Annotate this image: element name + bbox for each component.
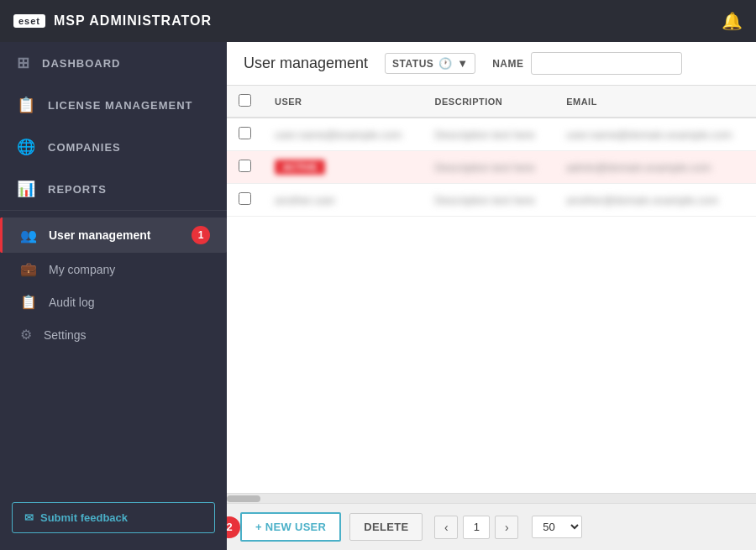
col-user: USER xyxy=(263,86,423,118)
bottom-bar: + NEW USER DELETE ‹ 1 › 10 25 50 100 2 xyxy=(227,503,756,550)
sidebar-item-label: COMPANIES xyxy=(48,141,121,154)
name-label: NAME xyxy=(492,58,523,70)
select-all-checkbox[interactable] xyxy=(239,94,251,107)
email-cell: another@domain.example.com xyxy=(554,184,756,217)
topbar-left: eset MSP ADMINISTRATOR xyxy=(13,13,212,29)
sidebar-item-label: REPORTS xyxy=(48,183,107,196)
table-row: another.user Description text here anoth… xyxy=(227,184,756,217)
table-wrapper: USER DESCRIPTION EMAIL user.name@example… xyxy=(227,86,756,493)
settings-icon: ⚙ xyxy=(20,327,32,343)
my-company-icon: 💼 xyxy=(20,261,37,277)
delete-button[interactable]: DELETE xyxy=(349,513,423,541)
col-email: EMAIL xyxy=(554,86,756,118)
sidebar-item-dashboard[interactable]: ⊞ DASHBOARD xyxy=(0,42,227,84)
sidebar-sub-item-label: Settings xyxy=(44,328,87,342)
content-header: User management STATUS 🕐 ▼ NAME xyxy=(227,42,756,86)
dashboard-icon: ⊞ xyxy=(17,54,30,72)
status-chevron-icon: ▼ xyxy=(457,57,468,70)
table-header-row: USER DESCRIPTION EMAIL xyxy=(227,86,756,118)
eset-logo: eset xyxy=(13,14,45,28)
status-label: STATUS xyxy=(392,58,433,70)
reports-icon: 📊 xyxy=(17,180,36,198)
page-title: User management xyxy=(244,55,368,72)
col-description: DESCRIPTION xyxy=(423,86,555,118)
sidebar-nav-top: ⊞ DASHBOARD 📋 LICENSE MANAGEMENT 🌐 COMPA… xyxy=(0,42,227,492)
name-filter: NAME xyxy=(492,52,681,75)
sidebar-sub-item-label: Audit log xyxy=(49,296,94,309)
sidebar-item-reports[interactable]: 📊 REPORTS xyxy=(0,168,227,210)
table-row: ACTIVE Description text here admin@domai… xyxy=(227,151,756,184)
col-checkbox xyxy=(227,86,263,118)
companies-icon: 🌐 xyxy=(17,138,36,156)
status-clock-icon: 🕐 xyxy=(438,57,452,70)
per-page-select[interactable]: 10 25 50 100 xyxy=(532,516,582,538)
user-cell: another.user xyxy=(263,184,423,217)
sidebar-item-companies[interactable]: 🌐 COMPANIES xyxy=(0,126,227,168)
sidebar-sub-item-label: My company xyxy=(49,263,115,276)
audit-log-icon: 📋 xyxy=(20,294,37,310)
page-number-input[interactable]: 1 xyxy=(463,516,490,539)
per-page-selector: 10 25 50 100 xyxy=(532,516,582,538)
sidebar-item-settings[interactable]: ⚙ Settings xyxy=(0,318,227,351)
description-cell: Description text here xyxy=(423,118,555,151)
row-checkbox[interactable] xyxy=(239,127,251,139)
users-table: USER DESCRIPTION EMAIL user.name@example… xyxy=(227,86,756,217)
sidebar-item-my-company[interactable]: 💼 My company xyxy=(0,253,227,285)
step-badge-2: 2 xyxy=(227,516,240,538)
status-filter[interactable]: STATUS 🕐 ▼ xyxy=(385,53,475,74)
sidebar-item-user-management[interactable]: 👥 User management 1 xyxy=(0,217,227,253)
license-icon: 📋 xyxy=(17,96,36,114)
next-page-button[interactable]: › xyxy=(495,516,518,539)
feedback-icon: ✉ xyxy=(24,511,34,524)
email-cell: admin@domain.example.com xyxy=(554,151,756,184)
sidebar-item-label: DASHBOARD xyxy=(42,57,121,70)
description-cell: Description text here xyxy=(423,184,555,217)
horizontal-scrollbar[interactable] xyxy=(227,493,756,503)
status-badge: ACTIVE xyxy=(275,160,325,175)
feedback-label: Submit feedback xyxy=(40,511,128,524)
row-checkbox-cell xyxy=(227,151,263,184)
row-checkbox[interactable] xyxy=(239,192,251,205)
sidebar: ⊞ DASHBOARD 📋 LICENSE MANAGEMENT 🌐 COMPA… xyxy=(0,42,227,550)
sidebar-item-label: LICENSE MANAGEMENT xyxy=(48,99,193,112)
description-cell: Description text here xyxy=(423,151,555,184)
prev-page-button[interactable]: ‹ xyxy=(434,516,458,539)
sidebar-item-license[interactable]: 📋 LICENSE MANAGEMENT xyxy=(0,84,227,126)
step-badge-1: 1 xyxy=(192,226,210,244)
row-checkbox-cell xyxy=(227,184,263,217)
user-cell: user.name@example.com xyxy=(263,118,423,151)
sidebar-item-audit-log[interactable]: 📋 Audit log xyxy=(0,285,227,318)
name-input[interactable] xyxy=(531,52,682,75)
app-title: MSP ADMINISTRATOR xyxy=(54,13,212,29)
main-layout: ⊞ DASHBOARD 📋 LICENSE MANAGEMENT 🌐 COMPA… xyxy=(0,42,756,550)
new-user-button[interactable]: + NEW USER xyxy=(240,512,341,542)
pagination: ‹ 1 › xyxy=(434,516,518,539)
content-area: User management STATUS 🕐 ▼ NAME US xyxy=(227,42,756,550)
scrollbar-thumb[interactable] xyxy=(227,495,260,502)
row-checkbox[interactable] xyxy=(239,160,251,172)
topbar: eset MSP ADMINISTRATOR 🔔 xyxy=(0,0,756,42)
submit-feedback-button[interactable]: ✉ Submit feedback xyxy=(12,502,215,533)
user-management-icon: 👥 xyxy=(20,228,37,244)
row-checkbox-cell xyxy=(227,118,263,151)
bell-icon[interactable]: 🔔 xyxy=(722,11,743,31)
sidebar-sub-section: 👥 User management 1 💼 My company 📋 Audit… xyxy=(0,210,227,358)
email-cell: user.name@domain.example.com xyxy=(554,118,756,151)
table-row: user.name@example.com Description text h… xyxy=(227,118,756,151)
sidebar-sub-item-label: User management xyxy=(49,228,150,242)
user-cell: ACTIVE xyxy=(263,151,423,184)
